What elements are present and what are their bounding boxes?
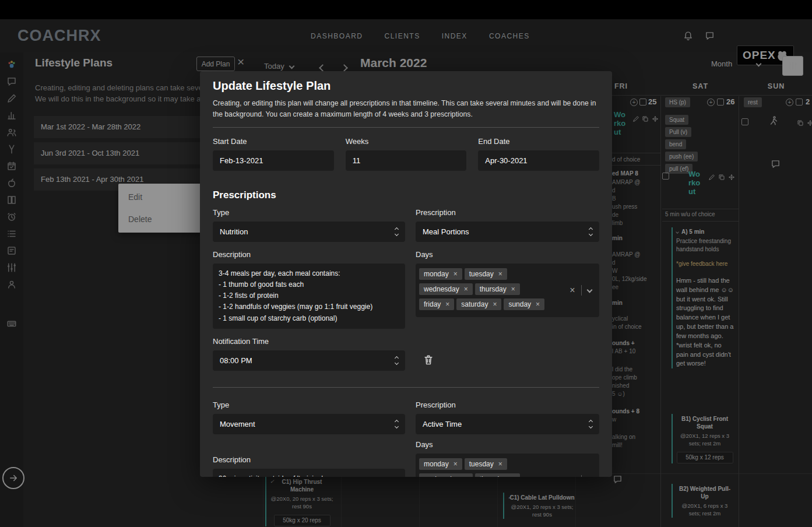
- type-label: Type: [213, 208, 405, 217]
- day-chip-label: thursday: [480, 475, 507, 477]
- day-chip[interactable]: wednesday: [419, 473, 473, 477]
- end-date-field: End Date Apr-30-2021: [478, 137, 599, 171]
- divider: [581, 475, 582, 477]
- type-label: Type: [213, 400, 405, 409]
- prescription-value: Active Time: [423, 420, 462, 428]
- description-field: Description 30 min activity outside of '…: [213, 455, 405, 477]
- notification-time-label: Notification Time: [213, 337, 405, 346]
- day-chip-label: sunday: [508, 300, 531, 308]
- day-chip[interactable]: tuesday: [465, 268, 507, 280]
- type-select[interactable]: Nutrition: [213, 222, 405, 242]
- day-chip-label: monday: [424, 460, 449, 468]
- chip-remove-icon[interactable]: [493, 300, 497, 308]
- date-fields-row: Start Date Feb-13-2021 Weeks 11 End Date…: [213, 137, 599, 179]
- weeks-value: 11: [353, 156, 361, 165]
- day-chip[interactable]: monday: [419, 268, 462, 280]
- dialog-description: Creating, or editing this plan will chan…: [213, 98, 599, 120]
- start-date-label: Start Date: [213, 137, 334, 146]
- type-value: Nutrition: [220, 227, 248, 236]
- day-chip[interactable]: tuesday: [465, 458, 507, 470]
- prescriptions-heading: Prescriptions: [213, 189, 599, 201]
- prescription-field: Prescription Meal Portions: [416, 208, 599, 242]
- type-field: Type Nutrition: [213, 208, 405, 242]
- days-field: Days monday tuesday wednesday thursday f…: [416, 250, 599, 317]
- day-chip[interactable]: monday: [419, 458, 462, 470]
- day-chip-label: friday: [424, 300, 441, 308]
- divider: [213, 127, 599, 128]
- chip-remove-icon[interactable]: [511, 475, 515, 477]
- multiselect-controls: [562, 454, 599, 477]
- chip-remove-icon[interactable]: [464, 475, 468, 477]
- day-chip[interactable]: sunday: [504, 298, 544, 310]
- chevron-down-icon[interactable]: [586, 287, 592, 293]
- description-textarea[interactable]: 3-4 meals per day, each meal contains: -…: [213, 264, 405, 329]
- day-chip-label: wednesday: [424, 285, 459, 293]
- description-label: Description: [213, 455, 405, 464]
- prescription-select[interactable]: Meal Portions: [416, 222, 599, 242]
- divider: [581, 285, 582, 296]
- day-chip[interactable]: friday: [419, 298, 454, 310]
- description-field: Description 3-4 meals per day, each meal…: [213, 250, 405, 329]
- notification-time-value: 08:00 PM: [220, 356, 252, 365]
- day-chip[interactable]: thursday: [475, 283, 520, 295]
- multiselect-controls: [562, 264, 599, 317]
- clear-all-icon[interactable]: [570, 286, 575, 295]
- days-label: Days: [416, 250, 599, 259]
- update-lifestyle-plan-dialog: Update Lifestyle Plan Creating, or editi…: [200, 71, 612, 477]
- prescription-label: Prescription: [416, 400, 599, 409]
- chip-remove-icon[interactable]: [511, 285, 515, 293]
- days-multiselect[interactable]: monday tuesday wednesday thursday friday…: [416, 454, 599, 477]
- dialog-title: Update Lifestyle Plan: [213, 79, 599, 93]
- chip-remove-icon[interactable]: [536, 300, 540, 308]
- weeks-label: Weeks: [346, 137, 467, 146]
- days-field: Days monday tuesday wednesday thursday f…: [416, 440, 599, 477]
- prescription-2: Type Movement Description 30 min activit…: [213, 400, 599, 477]
- prescription-value: Meal Portions: [423, 227, 469, 236]
- notification-time-field: Notification Time 08:00 PM: [213, 337, 405, 371]
- chip-remove-icon[interactable]: [454, 460, 458, 468]
- type-select[interactable]: Movement: [213, 414, 405, 434]
- day-chip-label: saturday: [461, 300, 488, 308]
- prescription-label: Prescription: [416, 208, 599, 217]
- prescription-select[interactable]: Active Time: [416, 414, 599, 434]
- description-textarea[interactable]: 30 min activity outside of 'training': [213, 469, 405, 477]
- weeks-input[interactable]: 11: [346, 150, 467, 171]
- type-value: Movement: [220, 420, 255, 428]
- end-date-input[interactable]: Apr-30-2021: [478, 150, 599, 171]
- start-date-value: Feb-13-2021: [220, 156, 263, 165]
- delete-prescription-trash-icon[interactable]: [423, 354, 434, 366]
- chip-remove-icon[interactable]: [454, 270, 458, 278]
- chip-remove-icon[interactable]: [445, 300, 449, 308]
- day-chip[interactable]: wednesday: [419, 283, 473, 295]
- prescription-1: Type Nutrition Description 3-4 meals per…: [213, 208, 599, 379]
- start-date-input[interactable]: Feb-13-2021: [213, 150, 334, 171]
- day-chip-label: tuesday: [469, 270, 494, 278]
- chip-remove-icon[interactable]: [498, 270, 502, 278]
- day-chip[interactable]: saturday: [456, 298, 501, 310]
- unfold-icon: [395, 420, 398, 428]
- days-label: Days: [416, 440, 599, 449]
- unfold-icon: [395, 228, 398, 236]
- type-field: Type Movement: [213, 400, 405, 434]
- unfold-icon: [589, 228, 592, 236]
- end-date-value: Apr-30-2021: [485, 156, 527, 165]
- end-date-label: End Date: [478, 137, 599, 146]
- chip-remove-icon[interactable]: [464, 285, 468, 293]
- prescription-field: Prescription Active Time: [416, 400, 599, 434]
- day-chip-label: tuesday: [469, 460, 494, 468]
- unfold-icon: [589, 420, 592, 428]
- day-chip[interactable]: thursday: [475, 473, 520, 477]
- days-multiselect[interactable]: monday tuesday wednesday thursday friday…: [416, 264, 599, 317]
- chip-remove-icon[interactable]: [498, 460, 502, 468]
- day-chip-label: wednesday: [424, 475, 459, 477]
- day-chip-label: thursday: [480, 285, 507, 293]
- day-chip-label: monday: [424, 270, 449, 278]
- weeks-field: Weeks 11: [346, 137, 467, 171]
- start-date-field: Start Date Feb-13-2021: [213, 137, 334, 171]
- clear-all-icon[interactable]: [570, 476, 575, 477]
- description-label: Description: [213, 250, 405, 259]
- notification-time-select[interactable]: 08:00 PM: [213, 350, 405, 371]
- unfold-icon: [395, 357, 398, 364]
- divider: [213, 387, 599, 388]
